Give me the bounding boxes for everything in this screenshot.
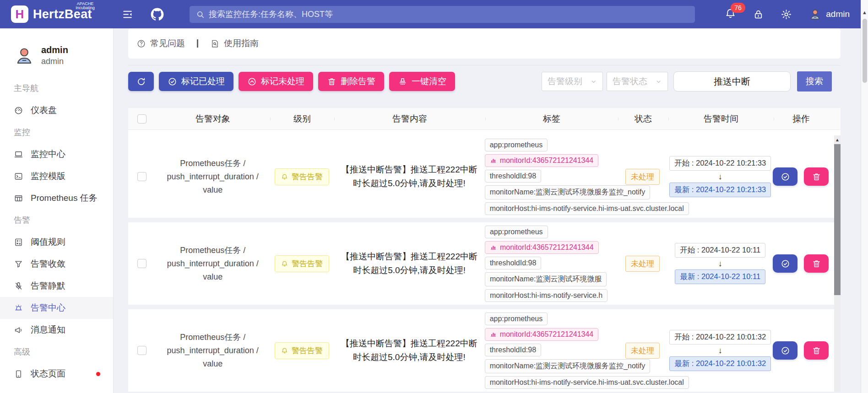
template-icon xyxy=(14,172,23,181)
level-badge: 警告告警 xyxy=(275,168,329,185)
alert-level-select[interactable]: 告警级别 xyxy=(542,72,603,91)
table-scrollbar-thumb[interactable] xyxy=(834,144,841,295)
select-all-checkbox[interactable] xyxy=(137,114,146,124)
sidebar-item-alert-converge[interactable]: 告警收敛 xyxy=(0,253,113,275)
alert-search-input[interactable]: 推送中断 xyxy=(673,71,791,92)
bar-chart-icon xyxy=(490,157,497,164)
row-delete-button[interactable] xyxy=(804,167,829,186)
bell-icon xyxy=(281,347,288,354)
alert-target-cell: Prometheus任务 / push_interrupt_duration /… xyxy=(156,244,270,284)
row-checkbox[interactable] xyxy=(137,259,146,268)
bar-chart-icon xyxy=(490,331,497,338)
sidebar-item-dashboard[interactable]: 仪表盘 xyxy=(0,99,113,121)
column-header-time: 告警时间 xyxy=(668,113,774,125)
time-latest-tag: 最新 : 2024-10-22 10:21:33 xyxy=(669,183,771,197)
time-start-tag: 开始 : 2024-10-22 10:21:33 xyxy=(669,156,771,171)
target-line: value xyxy=(203,357,222,371)
alert-content-cell: 【推送中断告警】推送工程222中断时长超过5.0分钟,请及时处理! xyxy=(334,163,484,190)
table-header: 告警对象 级别 告警内容 标签 状态 告警时间 操作 xyxy=(128,108,841,130)
alert-dot xyxy=(96,372,100,376)
page-scrollbar-thumb[interactable] xyxy=(863,19,867,83)
trash-icon xyxy=(327,77,336,86)
table-scrollbar[interactable]: ▲ xyxy=(834,135,841,392)
check-circle-icon xyxy=(781,172,790,182)
row-checkbox[interactable] xyxy=(137,172,146,181)
alert-target-cell: Prometheus任务 / push_interrupt_duration /… xyxy=(156,331,270,371)
sidebar-item-threshold-rules[interactable]: 阈值规则 xyxy=(0,231,113,253)
refresh-button[interactable] xyxy=(128,72,154,91)
settings-icon[interactable] xyxy=(781,9,792,20)
tag-monitor-id: monitorId:436572121241344 xyxy=(485,328,599,341)
sidebar-item-prometheus-task[interactable]: Prometheus 任务 xyxy=(0,187,113,209)
row-checkbox[interactable] xyxy=(137,346,146,355)
bell-icon xyxy=(281,260,288,267)
alerts-table: 告警对象 级别 告警内容 标签 状态 告警时间 操作 Prometheus任务 … xyxy=(128,108,841,392)
lock-icon[interactable] xyxy=(753,9,764,20)
row-mark-processed-button[interactable] xyxy=(773,167,797,186)
sidebar-user-block[interactable]: admin admin xyxy=(0,28,113,66)
tag-app: app:prometheus xyxy=(485,312,548,325)
trash-icon xyxy=(812,172,821,182)
alert-tags-cell: app:prometheus monitorId:436572121241344… xyxy=(485,139,618,215)
alert-tags-cell: app:prometheus monitorId:436572121241344… xyxy=(485,312,618,389)
global-search-input[interactable]: 搜索监控任务:任务名称、HOST等 xyxy=(190,6,695,23)
row-mark-processed-button[interactable] xyxy=(773,341,797,360)
check-circle-icon xyxy=(781,346,790,355)
user-menu[interactable]: admin xyxy=(808,8,850,21)
row-delete-button[interactable] xyxy=(804,341,829,360)
arrow-down-icon: ↓ xyxy=(718,259,722,268)
sidebar-item-monitor-center[interactable]: 监控中心 xyxy=(0,143,113,165)
target-line: push_interrupt_duration / xyxy=(167,257,259,270)
sidebar-item-alert-center[interactable]: 告警中心 xyxy=(0,297,113,319)
table-body: Prometheus任务 / push_interrupt_duration /… xyxy=(128,135,841,392)
sidebar-item-label: 告警中心 xyxy=(31,302,65,314)
row-mark-processed-button[interactable] xyxy=(773,254,797,273)
main-content: 常见问题 使用指南 标记已处理 标记未处理 xyxy=(114,28,861,393)
delete-alerts-button[interactable]: 删除告警 xyxy=(318,72,384,91)
scroll-up-icon[interactable]: ▲ xyxy=(862,10,867,15)
time-start-tag: 开始 : 2024-10-22 10:01:32 xyxy=(669,330,771,345)
target-line: push_interrupt_duration / xyxy=(167,170,259,183)
clear-all-button[interactable]: 一键清空 xyxy=(389,72,455,91)
alert-content-cell: 【推送中断告警】推送工程222中断时长超过5.0分钟,请及时处理! xyxy=(334,250,485,277)
mic-off-icon xyxy=(14,281,23,291)
target-line: Prometheus任务 / xyxy=(180,331,245,344)
sidebar-item-label: 告警静默 xyxy=(31,280,65,292)
refresh-icon xyxy=(136,77,146,86)
mark-processed-button[interactable]: 标记已处理 xyxy=(159,72,233,91)
column-header-actions: 操作 xyxy=(774,113,841,125)
table-row: Prometheus任务 / push_interrupt_duration /… xyxy=(128,222,841,305)
notifications-button[interactable]: 76 xyxy=(725,8,736,21)
calculator-icon xyxy=(14,237,23,247)
page-scrollbar[interactable]: ▲ xyxy=(861,0,868,393)
brand-logo[interactable]: H HertzBeat APACHE Incubating xyxy=(0,5,114,23)
sidebar-item-monitor-template[interactable]: 监控模版 xyxy=(0,165,113,187)
column-header-target: 告警对象 xyxy=(156,113,270,125)
bell-icon xyxy=(281,173,288,180)
alert-status-select[interactable]: 告警状态 xyxy=(607,72,668,91)
mark-unprocessed-button[interactable]: 标记未处理 xyxy=(239,72,313,91)
target-line: Prometheus任务 / xyxy=(180,157,245,170)
faq-link[interactable]: 常见问题 xyxy=(136,38,185,49)
github-icon[interactable] xyxy=(151,8,164,21)
level-badge: 警告告警 xyxy=(275,255,329,272)
tag-threshold-id: thresholdId:98 xyxy=(485,170,541,183)
tag-monitor-name: monitorName:监测云测试环境微服务监控_notify xyxy=(485,185,651,199)
sidebar-item-label: 监控模版 xyxy=(31,170,65,182)
tag-app: app:prometheus xyxy=(485,226,548,238)
chevron-down-icon xyxy=(655,78,662,85)
alert-search-value: 推送中断 xyxy=(714,75,750,88)
column-header-tags: 标签 xyxy=(485,113,618,125)
row-delete-button[interactable] xyxy=(804,254,829,273)
sidebar-item-notice[interactable]: 消息通知 xyxy=(0,319,113,341)
sidebar-item-alert-silence[interactable]: 告警静默 xyxy=(0,275,113,297)
status-badge: 未处理 xyxy=(625,256,660,272)
scroll-up-icon[interactable]: ▲ xyxy=(835,138,840,142)
logo-icon: H xyxy=(11,5,28,23)
search-button[interactable]: 搜索 xyxy=(797,71,832,92)
notification-badge: 76 xyxy=(731,3,745,13)
time-latest-tag: 最新 : 2024-10-22 10:01:32 xyxy=(669,356,771,371)
menu-fold-icon[interactable] xyxy=(122,9,133,20)
sidebar-item-status-page[interactable]: 状态页面 xyxy=(0,363,113,385)
guide-link[interactable]: 使用指南 xyxy=(210,38,259,49)
